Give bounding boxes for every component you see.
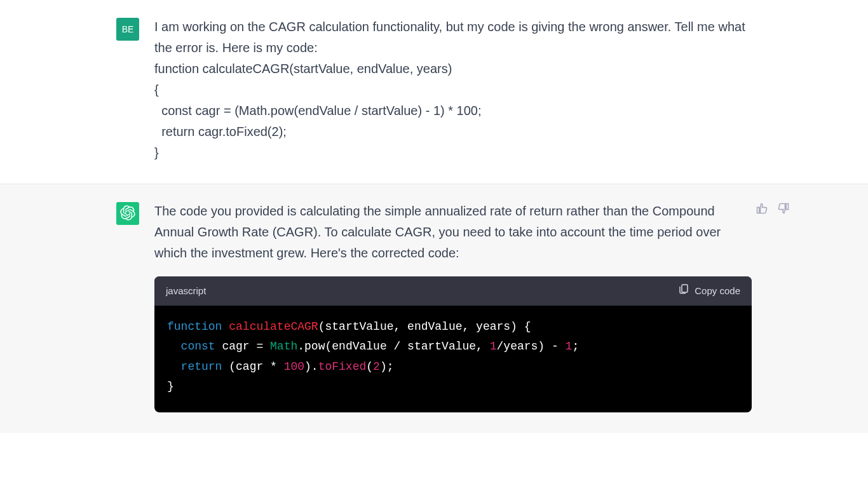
- user-avatar-initials: BE: [122, 24, 134, 34]
- assistant-message-row: The code you provided is calculating the…: [0, 184, 868, 433]
- thumbs-up-icon: [756, 206, 768, 217]
- user-code-line-5: }: [154, 142, 752, 163]
- code-token-tofixed: toFixed: [318, 360, 367, 373]
- code-token-number: 1: [490, 340, 497, 353]
- assistant-avatar: [116, 202, 139, 225]
- user-code-line-4: return cagr.toFixed(2);: [154, 121, 752, 142]
- user-message-content: I am working on the CAGR calculation fun…: [154, 15, 752, 163]
- code-token-builtin: Math: [270, 340, 297, 353]
- code-token-100: 100: [284, 360, 304, 373]
- code-token-close-brace: }: [167, 380, 174, 393]
- code-language-label: javascript: [166, 283, 206, 299]
- code-token-2: 2: [373, 360, 380, 373]
- user-code-line-1: function calculateCAGR(startValue, endVa…: [154, 58, 752, 79]
- code-token-keyword: function: [167, 320, 222, 333]
- openai-logo-icon: [120, 205, 135, 222]
- code-token-paren-open: (: [366, 360, 373, 373]
- code-token-semi: ;: [572, 340, 579, 353]
- code-token-number-b: 1: [566, 340, 573, 353]
- code-token-funcname: calculateCAGR: [229, 320, 318, 333]
- user-message-intro: I am working on the CAGR calculation fun…: [154, 17, 752, 58]
- feedback-buttons: [756, 202, 790, 215]
- copy-code-button[interactable]: Copy code: [678, 283, 740, 299]
- user-avatar: BE: [116, 18, 139, 41]
- code-token-paren-close: );: [380, 360, 394, 373]
- user-message-row: BE I am working on the CAGR calculation …: [0, 0, 868, 184]
- assistant-message-content: The code you provided is calculating the…: [154, 200, 752, 412]
- user-code-line-3: const cagr = (Math.pow(endValue / startV…: [154, 100, 752, 121]
- assistant-message-inner: The code you provided is calculating the…: [116, 200, 752, 412]
- user-message-inner: BE I am working on the CAGR calculation …: [116, 15, 752, 163]
- code-token-const: const: [181, 340, 215, 353]
- code-token-var: cagr =: [215, 340, 270, 353]
- clipboard-icon: [678, 283, 689, 299]
- code-block-body: function calculateCAGR(startValue, endVa…: [154, 306, 752, 412]
- code-token-pow: .pow(endValue / startValue,: [297, 340, 489, 353]
- svg-rect-0: [682, 285, 688, 292]
- code-token-return: return: [181, 360, 222, 373]
- assistant-message-text: The code you provided is calculating the…: [154, 201, 752, 264]
- code-block: javascript Copy code function calculateC…: [154, 276, 752, 412]
- code-token-tofixed-pre: ).: [304, 360, 318, 373]
- code-token-params: (startValue, endValue, years) {: [318, 320, 531, 333]
- code-token-slash: /years) -: [497, 340, 566, 353]
- thumbs-down-button[interactable]: [777, 202, 790, 215]
- thumbs-down-icon: [777, 206, 790, 217]
- code-token-return-expr: (cagr *: [222, 360, 283, 373]
- user-code-line-2: {: [154, 79, 752, 100]
- code-block-header: javascript Copy code: [154, 276, 752, 306]
- copy-code-label: Copy code: [695, 283, 740, 299]
- thumbs-up-button[interactable]: [756, 202, 768, 215]
